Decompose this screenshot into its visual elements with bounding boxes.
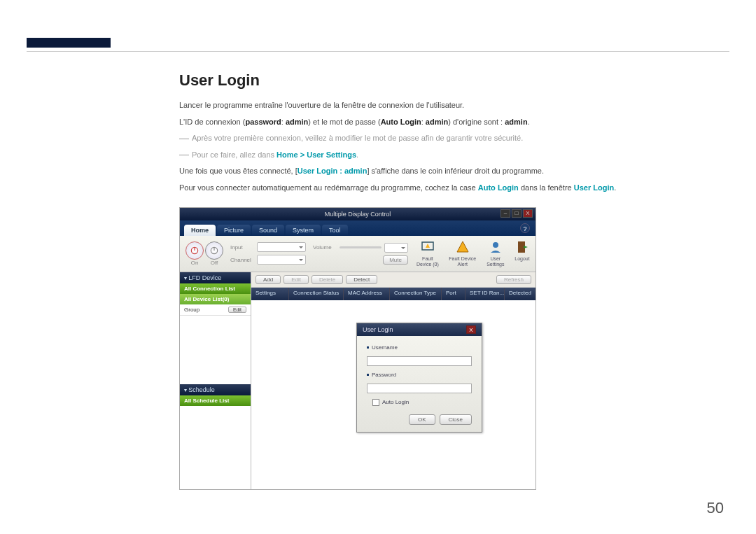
paragraph-autologin: Pour vous connecter automatiquement au r… [179,182,721,195]
window-minimize-button[interactable]: – [500,209,510,218]
label-input: Input [230,244,254,251]
sidebar-all-connection[interactable]: All Connection List [180,283,251,294]
bullet-icon [367,346,369,349]
page-title: User Login [179,71,721,90]
header-accent-bar [27,38,111,48]
sidebar: LFD Device All Connection List All Devic… [180,272,251,489]
delete-button[interactable]: Delete [312,275,343,284]
refresh-button[interactable]: Refresh [496,275,531,284]
svg-marker-9 [524,246,528,248]
tab-picture[interactable]: Picture [217,225,251,236]
dialog-ok-button[interactable]: OK [409,414,435,425]
add-button[interactable]: Add [255,275,281,284]
dialog-body: Username Password Auto Login [357,336,482,432]
logout-button[interactable]: Logout [514,239,530,267]
col-setid[interactable]: SET ID Ran... [465,288,505,300]
dialog-close-btn[interactable]: Close [440,414,472,425]
sidebar-all-schedule[interactable]: All Schedule List [180,395,251,406]
warning-icon [456,240,470,254]
door-icon [515,240,529,254]
bullet-icon [367,374,369,376]
document-body: User Login Lancer le programme entraîne … [179,71,721,490]
mute-button[interactable]: Mute [383,255,408,265]
app-titlebar: Multiple Display Control – □ X [180,208,536,220]
detect-button[interactable]: Detect [346,275,377,284]
power-on-button[interactable] [186,241,204,260]
col-mac[interactable]: MAC Address [344,288,390,300]
main-area: Add Edit Delete Detect Refresh Settings … [251,272,536,489]
window-close-button[interactable]: X [523,209,533,218]
svg-point-7 [493,242,498,248]
sidebar-blank-area-2 [180,406,251,489]
sidebar-all-device[interactable]: All Device List(0) [180,294,251,304]
dialog-close-button[interactable]: X [466,325,476,334]
workspace: LFD Device All Connection List All Devic… [180,272,536,489]
power-icon [190,246,200,255]
table-header: Settings Connection Status MAC Address C… [251,288,536,300]
tab-system[interactable]: System [286,225,321,236]
col-conntype[interactable]: Connection Type [390,288,442,300]
username-input[interactable] [367,356,472,366]
login-dialog: User Login X Username Password [356,323,482,433]
label-on: On [191,260,199,266]
autologin-label: Auto Login [382,399,409,405]
col-settings[interactable]: Settings [251,288,289,300]
user-icon [489,240,503,254]
dialog-titlebar: User Login X [357,323,482,336]
note-security: Après votre première connexion, veillez … [179,132,721,145]
edit-button[interactable]: Edit [284,275,309,284]
action-row: Add Edit Delete Detect Refresh [251,272,536,288]
tab-sound[interactable]: Sound [252,225,284,236]
sidebar-group-row: Group Edit [180,304,251,316]
volume-value[interactable] [384,243,408,253]
label-off: Off [211,260,218,266]
monitor-warning-icon [421,240,435,254]
col-detected[interactable]: Detected [505,288,536,300]
paragraph-intro: Lancer le programme entraîne l'ouverture… [179,99,721,112]
power-off-icon [209,246,219,255]
app-tabbar: Home Picture Sound System Tool ? [180,220,536,236]
password-input[interactable] [367,384,472,393]
app-title: Multiple Display Control [325,211,391,218]
help-icon[interactable]: ? [520,223,530,233]
volume-slider[interactable] [340,244,382,252]
paragraph-credentials: L'ID de connexion (password: admin) et l… [179,116,721,129]
channel-dropdown[interactable] [257,255,306,265]
fault-alert-button[interactable]: Fault Device Alert [449,239,477,267]
page-number: 50 [707,499,724,517]
tab-home[interactable]: Home [184,225,216,236]
sidebar-edit-button[interactable]: Edit [228,307,246,313]
label-volume: Volume [313,244,337,251]
sidebar-lfd-section[interactable]: LFD Device [180,272,251,283]
col-connstatus[interactable]: Connection Status [289,288,344,300]
input-dropdown[interactable] [257,242,306,252]
tab-tool[interactable]: Tool [322,225,348,236]
svg-marker-6 [457,241,468,252]
col-port[interactable]: Port [442,288,465,300]
dialog-title-text: User Login [363,326,393,333]
password-label: Password [372,372,407,378]
toolbar: On Off Input Channel [180,236,536,272]
username-label: Username [372,344,407,351]
label-channel: Channel [230,257,254,263]
note-path: Pour ce faire, allez dans Home > User Se… [179,149,721,162]
svg-marker-5 [426,244,430,248]
autologin-checkbox[interactable] [372,399,379,406]
table-body: User Login X Username Password [251,300,536,489]
app-window: Multiple Display Control – □ X Home Pict… [179,207,536,490]
sidebar-schedule-section[interactable]: Schedule [180,384,251,395]
window-maximize-button[interactable]: □ [512,209,522,218]
paragraph-loggedin: Une fois que vous êtes connecté, [User L… [179,165,721,178]
header-divider [27,51,729,52]
sidebar-blank-area [180,316,251,385]
power-off-button[interactable] [205,241,223,260]
user-settings-button[interactable]: User Settings [485,239,506,267]
fault-device-button[interactable]: Fault Device (0) [415,239,440,267]
sidebar-group-label: Group [184,307,200,313]
